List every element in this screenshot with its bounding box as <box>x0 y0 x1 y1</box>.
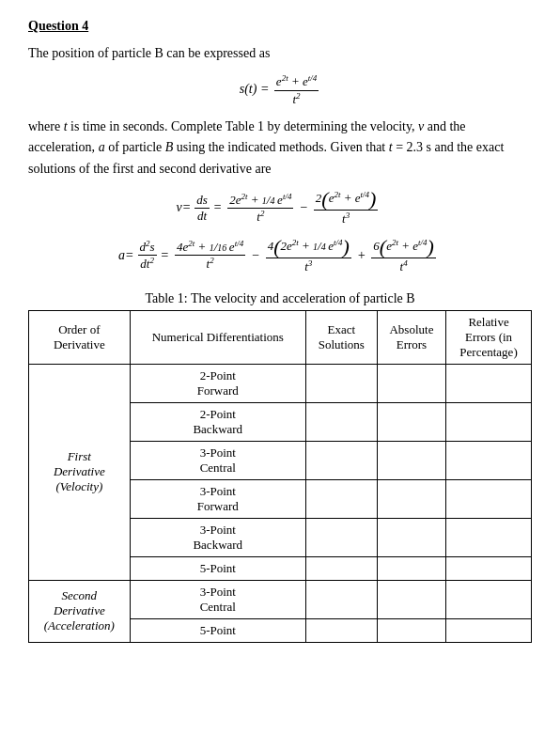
abs-err-5 <box>377 518 445 556</box>
abs-err-6 <box>377 556 445 580</box>
table-row: SecondDerivative(Acceleration) 3-PointCe… <box>29 580 532 618</box>
exact-6 <box>305 556 377 580</box>
order-second: SecondDerivative(Acceleration) <box>29 580 131 642</box>
exact-1 <box>305 364 377 402</box>
abs-err-2 <box>377 402 445 441</box>
where-text: where t is time in seconds. Complete Tab… <box>28 117 532 180</box>
method-5pt-second: 5-Point <box>130 618 305 642</box>
exact-7 <box>305 580 377 618</box>
velocity-formula: v = ds dt = 2e2t + 1/4 et/4 t2 − 2(e2t +… <box>28 189 532 226</box>
col-header-absolute: AbsoluteErrors <box>377 310 445 364</box>
method-3pt-forward: 3-PointForward <box>130 479 305 518</box>
col-header-exact: ExactSolutions <box>305 310 377 364</box>
exact-5 <box>305 518 377 556</box>
rel-err-6 <box>446 556 532 580</box>
abs-err-3 <box>377 441 445 479</box>
method-2pt-backward: 2-PointBackward <box>130 402 305 441</box>
method-3pt-backward: 3-PointBackward <box>130 518 305 556</box>
table-title: Table 1: The velocity and acceleration o… <box>28 291 532 306</box>
position-formula: s(t) = e2t + et/4 t2 <box>28 73 532 107</box>
col-header-numerical: Numerical Differentiations <box>130 310 305 364</box>
acceleration-formula: a = d2s dt2 = 4e2t + 1/16 et/4 t2 − 4(2e… <box>28 237 532 274</box>
rel-err-2 <box>446 402 532 441</box>
rel-err-5 <box>446 518 532 556</box>
abs-err-1 <box>377 364 445 402</box>
exact-2 <box>305 402 377 441</box>
order-first: FirstDerivative(Velocity) <box>29 364 131 580</box>
rel-err-8 <box>446 618 532 642</box>
intro-text: The position of particle B can be expres… <box>28 43 532 64</box>
rel-err-3 <box>446 441 532 479</box>
exact-3 <box>305 441 377 479</box>
method-2pt-forward: 2-PointForward <box>130 364 305 402</box>
col-header-relative: RelativeErrors (inPercentage) <box>446 310 532 364</box>
col-header-order: Order ofDerivative <box>29 310 131 364</box>
exact-8 <box>305 618 377 642</box>
abs-err-7 <box>377 580 445 618</box>
abs-err-8 <box>377 618 445 642</box>
method-3pt-central: 3-PointCentral <box>130 441 305 479</box>
question-title: Question 4 <box>28 19 532 34</box>
abs-err-4 <box>377 479 445 518</box>
table-row: FirstDerivative(Velocity) 2-PointForward <box>29 364 532 402</box>
method-3pt-central-2: 3-PointCentral <box>130 580 305 618</box>
rel-err-4 <box>446 479 532 518</box>
rel-err-1 <box>446 364 532 402</box>
main-table: Order ofDerivative Numerical Differentia… <box>28 310 532 643</box>
rel-err-7 <box>446 580 532 618</box>
exact-4 <box>305 479 377 518</box>
method-5pt-first: 5-Point <box>130 556 305 580</box>
